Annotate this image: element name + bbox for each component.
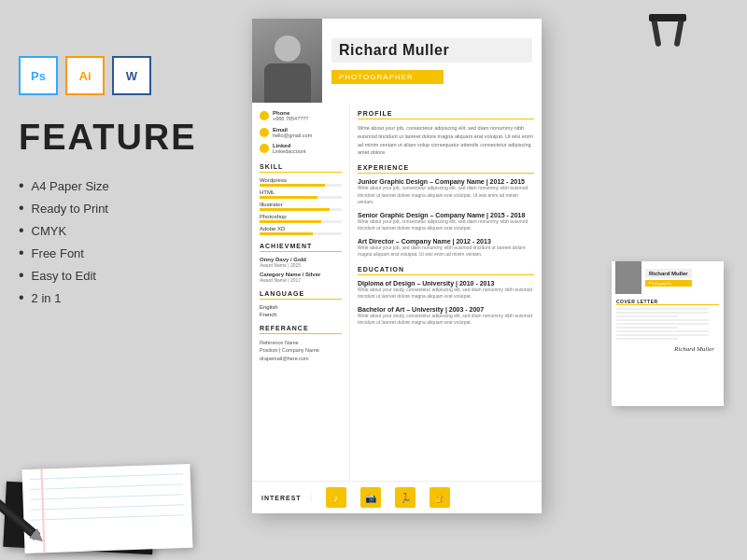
nb-line-1 [30,473,183,480]
cl-text-line-7 [616,330,709,332]
achievement-2: Category Name / Silver Award Name | 2017 [260,272,342,283]
white-notebook [21,464,192,553]
exp-title: Art Director – Company Name | 2012 - 201… [358,238,534,245]
feature-item-print: Ready to Print [19,197,224,219]
person-body [264,63,311,103]
interest-music-icon: ♪ [326,487,346,508]
experience-2: Senior Graphic Design – Company Name | 2… [358,212,534,232]
skill-html: HTML [260,189,342,199]
cl-name: Richard Muller [649,271,688,276]
binder-clip-right-arm [674,21,684,48]
cl-text-line-5 [616,323,709,325]
cl-text-line-2 [616,312,709,314]
cl-name-area: Richard Muller Photographer [641,267,696,288]
cv-job-title: Photographer [339,73,436,81]
cv-name: Richard Muller [339,42,525,59]
cv-name-bar: Richard Muller [331,38,532,63]
exp-desc: Write about your job, consectetur adipis… [358,185,534,206]
exp-title: Senior Graphic Design – Company Name | 2… [358,212,534,218]
binder-clip-decoration [649,14,686,21]
page-container: Ps Ai W FEATURE A4 Paper Size Ready to P… [0,0,747,560]
cl-header: Richard Muller Photographer [612,261,724,294]
cl-title-bar: Photographer [645,280,692,287]
interest-like-icon: 👍 [430,487,450,508]
feature-item-2in1: 2 in 1 [19,287,224,309]
feature-title: FEATURE [19,118,224,158]
word-icon: W [112,56,151,95]
email-icon [260,128,269,137]
cl-title: Photographer [649,281,688,286]
education-1: Diploma of Design – University | 2010 - … [358,280,534,301]
cv-photo [252,19,322,103]
edu-title: Bachelor of Art – University | 2003 - 20… [358,306,534,313]
exp-desc: Write about your job, sed diam nonummy n… [358,245,534,259]
cover-letter-document: Richard Muller Photographer COVER LETTER… [612,261,724,406]
photoshop-icon: Ps [19,56,58,95]
cv-title-bar: Photographer [331,70,444,84]
cl-text-line-8 [616,334,709,336]
skill-name: Wordpress [260,177,342,183]
cl-text-line-6 [616,327,678,329]
cv-footer: INTEREST ♪ 📷 🏃 👍 [252,481,542,513]
cv-name-section: Richard Muller Photographer [322,31,542,91]
feature-item-edit: Easy to Edit [19,264,224,287]
software-icons: Ps Ai W [19,56,224,95]
cl-text-line-1 [616,308,709,310]
linkedin-icon [260,144,269,153]
cl-name-bar: Richard Muller [645,269,692,278]
cl-text-line-4 [616,319,709,321]
profile-section-title: PROFILE [358,110,534,119]
person-head [275,35,301,62]
left-panel: Ps Ai W FEATURE A4 Paper Size Ready to P… [19,56,224,309]
experience-1: Junior Graphic Design – Company Name | 2… [358,178,534,206]
skill-bar-fill [260,220,321,223]
skill-name: HTML [260,189,342,195]
skill-bar-bg [260,184,342,187]
phone-value: +666 7654???? [273,116,308,123]
skill-illustrator: Illustrator [260,202,342,211]
exp-desc: Write about your job, consectetur adipis… [358,218,534,232]
reference-name: Reference Name [260,339,342,346]
skill-photoshop: Photoshop [260,214,342,223]
feature-item-font: Free Font [19,242,224,264]
person-silhouette [261,28,313,103]
achievement-detail: Award Name | 2017 [260,277,342,283]
nb-line-5 [31,514,184,521]
reference-company: Position | Company Name [260,346,342,354]
binder-clip-left-arm [652,21,662,48]
skill-section-title: SKILL [260,163,342,173]
cl-text-line-9 [616,338,678,340]
feature-item-cmyk: CMYK [19,219,224,242]
contact-linkedin: Linked Linkedaccount [260,143,342,156]
skill-adobexd: Adobe XD [260,226,342,235]
cv-document: Richard Muller Photographer Phone +666 7… [252,19,542,513]
pencils-decoration [5,439,238,551]
cl-body: COVER LETTER Richard Muller [612,294,724,357]
skill-name: Adobe XD [260,226,342,231]
experience-section-title: EXPERIENCE [358,164,534,174]
email-value: hello@gmail.com [273,133,312,140]
nb-line-2 [30,483,183,490]
skill-bar-fill [260,232,313,235]
cl-signature: Richard Muller [616,345,719,353]
exp-title: Junior Graphic Design – Company Name | 2… [358,178,534,185]
profile-text: Write about your job, consectetur adipis… [358,124,534,157]
illustrator-icon: Ai [65,56,105,95]
contact-phone: Phone +666 7654???? [260,110,342,123]
skill-bar-fill [260,208,330,211]
phone-icon [260,111,269,120]
nb-line-3 [31,494,184,500]
contact-email: Email hello@gmail.com [260,127,342,140]
skill-bar-fill [260,196,317,199]
reference-email: drapemail@here.com [260,355,342,362]
skill-wordpress: Wordpress [260,177,342,187]
interest-photo-icon: 📷 [360,487,381,508]
cv-left-column: Phone +666 7654???? Email hello@gmail.co… [252,103,350,481]
language-english: English [260,304,342,310]
edu-desc: Write about your study, consectetur adip… [358,287,534,301]
edu-title: Diploma of Design – University | 2010 - … [358,280,534,287]
feature-item-a4: A4 Paper Size [19,175,224,197]
skill-name: Illustrator [260,202,342,207]
skill-bar-fill [260,184,325,187]
education-2: Bachelor of Art – University | 2003 - 20… [358,306,534,327]
